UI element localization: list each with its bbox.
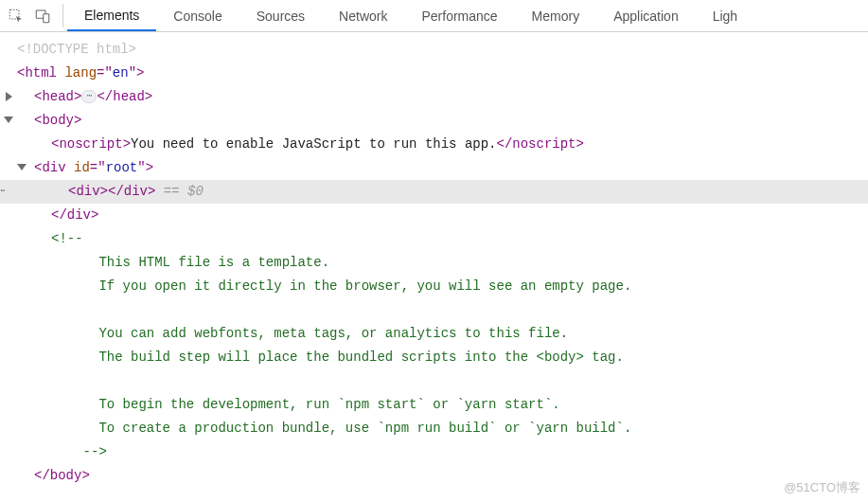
devtools-window: { "toolbar": { "icons": ["inspect", "dev… [0, 0, 868, 502]
tab-label: Application [613, 9, 679, 24]
dom-node-doctype[interactable]: <!DOCTYPE html> [0, 38, 868, 62]
dom-node-body-close[interactable]: </body> [0, 464, 868, 488]
dom-comment-line[interactable]: To begin the development, run `npm start… [0, 393, 868, 417]
expand-toggle-icon[interactable] [6, 92, 12, 101]
watermark-text: @51CTO博客 [784, 479, 860, 496]
tab-label: Sources [257, 9, 305, 24]
dom-comment-open[interactable]: <!-- [0, 227, 868, 251]
dom-node-root-div[interactable]: <div id="root"> [0, 156, 868, 180]
device-toggle-icon[interactable] [32, 6, 53, 27]
tab-lighthouse[interactable]: Ligh [696, 0, 754, 31]
expand-toggle-icon[interactable] [4, 117, 13, 123]
inspect-icon[interactable] [6, 6, 27, 27]
dom-comment-line[interactable]: To create a production bundle, use `npm … [0, 417, 868, 440]
dom-comment-line[interactable] [0, 298, 868, 322]
dom-node-html[interactable]: <html lang="en"> [0, 62, 868, 85]
tab-memory[interactable]: Memory [515, 0, 597, 31]
dom-comment-line[interactable]: You can add webfonts, meta tags, or anal… [0, 322, 868, 346]
tab-sources[interactable]: Sources [239, 0, 322, 31]
dom-node-head[interactable]: <head>⋯</head> [0, 85, 868, 109]
devtools-toolbar: Elements Console Sources Network Perform… [0, 0, 868, 32]
ellipsis-icon[interactable]: ⋯ [81, 90, 97, 103]
tab-label: Network [339, 9, 387, 24]
dom-comment-line[interactable]: The build step will place the bundled sc… [0, 346, 868, 369]
toolbar-divider [62, 4, 63, 27]
dom-node-body[interactable]: <body> [0, 109, 868, 133]
elements-tree[interactable]: <!DOCTYPE html> <html lang="en"> <head>⋯… [0, 32, 868, 488]
tab-console[interactable]: Console [156, 0, 239, 31]
tab-elements[interactable]: Elements [67, 0, 156, 31]
tab-label: Console [173, 9, 221, 24]
dom-comment-close[interactable]: --> [0, 440, 868, 464]
tab-label: Ligh [713, 9, 737, 24]
tab-label: Memory [532, 9, 580, 24]
dom-node-root-close[interactable]: </div> [0, 204, 868, 227]
dom-node-selected[interactable]: <div></div> == $0 [0, 180, 868, 204]
dom-comment-line[interactable]: If you open it directly in the browser, … [0, 275, 868, 298]
tab-network[interactable]: Network [322, 0, 404, 31]
dom-comment-line[interactable] [0, 369, 868, 393]
dom-comment-line[interactable]: This HTML file is a template. [0, 251, 868, 275]
tab-performance[interactable]: Performance [404, 0, 514, 31]
tab-application[interactable]: Application [596, 0, 696, 31]
toolbar-icons [0, 0, 59, 31]
svg-rect-2 [44, 13, 49, 22]
panel-tabs: Elements Console Sources Network Perform… [67, 0, 754, 31]
tab-label: Performance [421, 9, 497, 24]
dom-node-noscript[interactable]: <noscript>You need to enable JavaScript … [0, 133, 868, 156]
tab-label: Elements [84, 8, 139, 23]
